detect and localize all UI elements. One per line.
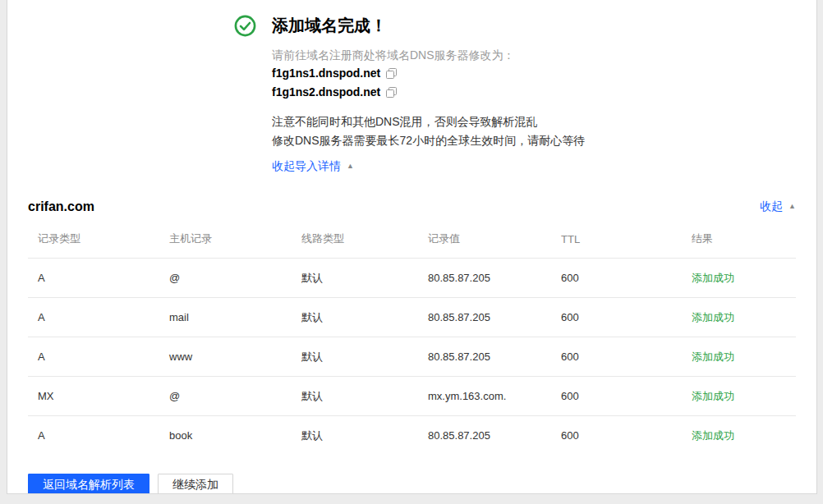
table-header-row: 记录类型 主机记录 线路类型 记录值 TTL 结果 xyxy=(28,225,796,259)
footer-actions: 返回域名解析列表 继续添加 xyxy=(28,474,816,495)
cell-host: book xyxy=(159,416,292,456)
cell-host: mail xyxy=(159,298,292,337)
domain-header: crifan.com 收起 ▲ xyxy=(28,199,796,214)
cell-ttl: 600 xyxy=(551,377,682,416)
table-row: A mail 默认 80.85.87.205 600 添加成功 xyxy=(28,298,796,337)
cell-result: 添加成功 xyxy=(682,298,796,337)
header-record-type: 记录类型 xyxy=(28,225,159,259)
cell-record-type: A xyxy=(28,416,159,456)
table-row: MX @ 默认 mx.ym.163.com. 600 添加成功 xyxy=(28,377,796,416)
cell-line-type: 默认 xyxy=(292,377,418,416)
dns-change-hint: 请前往域名注册商处将域名DNS服务器修改为： xyxy=(272,46,585,64)
cell-record-value: mx.ym.163.com. xyxy=(418,377,551,416)
success-title: 添加域名完成！ xyxy=(272,14,585,37)
continue-add-button[interactable]: 继续添加 xyxy=(158,474,233,495)
triangle-up-icon: ▲ xyxy=(789,203,796,210)
cell-line-type: 默认 xyxy=(292,298,418,337)
cell-result: 添加成功 xyxy=(682,416,796,456)
back-to-domain-list-button[interactable]: 返回域名解析列表 xyxy=(28,474,149,495)
header-host: 主机记录 xyxy=(159,225,292,259)
cell-record-value: 80.85.87.205 xyxy=(418,259,551,298)
cell-ttl: 600 xyxy=(551,298,682,337)
check-circle-icon xyxy=(234,15,256,37)
cell-host: www xyxy=(159,337,292,377)
domain-section: crifan.com 收起 ▲ 记录类型 主机记录 线路类型 记录值 TTL 结… xyxy=(7,199,816,456)
cell-record-type: A xyxy=(28,298,159,337)
cell-record-value: 80.85.87.205 xyxy=(418,298,551,337)
success-body: 添加域名完成！ 请前往域名注册商处将域名DNS服务器修改为： f1g1ns1.d… xyxy=(272,14,585,174)
copy-icon[interactable] xyxy=(386,87,397,99)
nameserver-row: f1g1ns2.dnspod.net xyxy=(272,83,585,102)
table-row: A book 默认 80.85.87.205 600 添加成功 xyxy=(28,416,796,456)
cell-record-value: 80.85.87.205 xyxy=(418,416,551,456)
copy-icon[interactable] xyxy=(386,68,397,80)
domain-name: crifan.com xyxy=(28,199,94,214)
cell-record-value: 80.85.87.205 xyxy=(418,337,551,377)
nameserver-row: f1g1ns1.dnspod.net xyxy=(272,64,585,83)
header-result: 结果 xyxy=(682,225,796,259)
header-ttl: TTL xyxy=(551,225,682,259)
collapse-import-details-link[interactable]: 收起导入详情 ▲ xyxy=(272,159,354,174)
dns-notes: 注意不能同时和其他DNS混用，否则会导致解析混乱 修改DNS服务器需要最长72小… xyxy=(272,112,585,150)
header-record-value: 记录值 xyxy=(418,225,551,259)
dns-records-table: 记录类型 主机记录 线路类型 记录值 TTL 结果 A @ 默认 80.85.8… xyxy=(28,225,796,456)
note-line: 修改DNS服务器需要最长72小时的全球生效时间，请耐心等待 xyxy=(272,131,585,150)
cell-result: 添加成功 xyxy=(682,259,796,298)
note-line: 注意不能同时和其他DNS混用，否则会导致解析混乱 xyxy=(272,112,585,131)
triangle-up-icon: ▲ xyxy=(347,163,354,170)
cell-result: 添加成功 xyxy=(682,377,796,416)
cell-record-type: A xyxy=(28,337,159,377)
cell-ttl: 600 xyxy=(551,259,682,298)
collapse-import-details-label: 收起导入详情 xyxy=(272,159,341,174)
table-row: A @ 默认 80.85.87.205 600 添加成功 xyxy=(28,259,796,298)
success-section: 添加域名完成！ 请前往域名注册商处将域名DNS服务器修改为： f1g1ns1.d… xyxy=(7,0,816,174)
collapse-domain-link[interactable]: 收起 ▲ xyxy=(760,199,796,214)
collapse-domain-label: 收起 xyxy=(760,199,783,214)
header-line-type: 线路类型 xyxy=(292,225,418,259)
table-row: A www 默认 80.85.87.205 600 添加成功 xyxy=(28,337,796,377)
cell-record-type: MX xyxy=(28,377,159,416)
main-panel: 添加域名完成！ 请前往域名注册商处将域名DNS服务器修改为： f1g1ns1.d… xyxy=(7,0,817,494)
cell-result: 添加成功 xyxy=(682,337,796,377)
cell-record-type: A xyxy=(28,259,159,298)
cell-line-type: 默认 xyxy=(292,416,418,456)
cell-host: @ xyxy=(159,259,292,298)
nameserver-1: f1g1ns1.dnspod.net xyxy=(272,64,380,83)
cell-ttl: 600 xyxy=(551,337,682,377)
cell-ttl: 600 xyxy=(551,416,682,456)
nameserver-2: f1g1ns2.dnspod.net xyxy=(272,83,380,102)
cell-line-type: 默认 xyxy=(292,337,418,377)
cell-line-type: 默认 xyxy=(292,259,418,298)
cell-host: @ xyxy=(159,377,292,416)
